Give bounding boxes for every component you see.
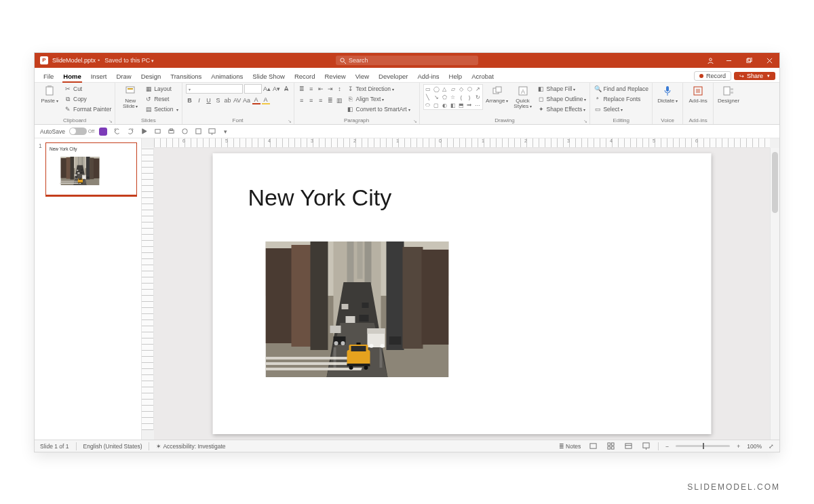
vertical-scrollbar[interactable] bbox=[770, 148, 779, 440]
tab-draw[interactable]: Draw bbox=[111, 73, 136, 82]
char-spacing-button[interactable]: AV bbox=[233, 96, 241, 104]
autosave-toggle[interactable] bbox=[69, 128, 87, 135]
tab-developer[interactable]: Developer bbox=[374, 73, 412, 82]
language-indicator[interactable]: English (United States) bbox=[83, 443, 142, 450]
fit-to-window-button[interactable]: ⤢ bbox=[769, 443, 774, 450]
underline-button[interactable]: U bbox=[205, 96, 213, 104]
zoom-slider[interactable] bbox=[676, 445, 730, 447]
qat-touch-icon[interactable] bbox=[180, 127, 189, 136]
justify-button[interactable]: ≣ bbox=[326, 96, 334, 104]
strike-button[interactable]: S bbox=[214, 96, 222, 104]
reset-button[interactable]: ↺Reset bbox=[144, 94, 178, 104]
tab-review[interactable]: Review bbox=[320, 73, 351, 82]
slide-title[interactable]: New York City bbox=[248, 185, 392, 211]
italic-button[interactable]: I bbox=[195, 96, 204, 104]
shape-fill-button[interactable]: ◧Shape Fill▾ bbox=[537, 84, 587, 94]
tab-slide-show[interactable]: Slide Show bbox=[248, 73, 290, 82]
record-button[interactable]: Record bbox=[694, 71, 731, 81]
cut-button[interactable]: ✂Cut bbox=[64, 84, 111, 94]
bold-button[interactable]: B bbox=[186, 96, 194, 104]
designer-button[interactable]: Designer bbox=[717, 84, 740, 104]
qat-export-icon[interactable] bbox=[153, 127, 162, 136]
tab-file[interactable]: File bbox=[39, 73, 58, 82]
slide-counter[interactable]: Slide 1 of 1 bbox=[40, 443, 69, 450]
paste-button[interactable]: Paste bbox=[38, 84, 61, 104]
addins-button[interactable]: Add-ins bbox=[686, 84, 710, 104]
numbering-button[interactable]: ≡ bbox=[307, 85, 315, 93]
qat-dropdown-icon[interactable]: ▾ bbox=[220, 127, 230, 136]
convert-smartart-button[interactable]: ◧Convert to SmartArt▾ bbox=[347, 104, 410, 114]
align-text-button[interactable]: ⎘Align Text▾ bbox=[347, 94, 410, 104]
view-slideshow-icon[interactable] bbox=[640, 442, 651, 451]
zoom-out-button[interactable]: − bbox=[665, 443, 669, 450]
shapes-gallery[interactable]: ▭◯△▱◇⬡↗ ╲↘⬠☆{}↻ ⬭▢◐◧⬒⮕⋯ bbox=[423, 84, 483, 110]
columns-button[interactable]: ▥ bbox=[336, 96, 344, 104]
qat-redo-icon[interactable] bbox=[125, 127, 135, 136]
tab-animations[interactable]: Animations bbox=[206, 73, 248, 82]
qat-undo-icon[interactable] bbox=[112, 127, 121, 136]
dictate-button[interactable]: Dictate bbox=[656, 84, 679, 104]
highlight-button[interactable]: A bbox=[262, 96, 270, 104]
section-button[interactable]: ▤Section▾ bbox=[144, 104, 178, 114]
slide-stage[interactable]: New York City bbox=[154, 148, 770, 440]
new-slide-button[interactable]: New Slide bbox=[119, 84, 142, 109]
align-center-button[interactable]: ≡ bbox=[307, 96, 315, 104]
align-right-button[interactable]: ≡ bbox=[317, 96, 325, 104]
zoom-percent[interactable]: 100% bbox=[747, 443, 762, 450]
align-left-button[interactable]: ≡ bbox=[298, 96, 306, 104]
tab-record[interactable]: Record bbox=[290, 73, 320, 82]
increase-indent-button[interactable]: ⇥ bbox=[326, 85, 334, 93]
layout-button[interactable]: ▦Layout bbox=[144, 84, 178, 94]
tab-design[interactable]: Design bbox=[136, 73, 166, 82]
share-button[interactable]: Share bbox=[734, 72, 775, 80]
decrease-font-button[interactable]: A▾ bbox=[273, 85, 281, 93]
qat-save-icon[interactable] bbox=[98, 127, 108, 136]
qat-print-icon[interactable] bbox=[166, 127, 176, 136]
tab-home[interactable]: Home bbox=[58, 73, 85, 82]
arrange-button[interactable]: Arrange bbox=[486, 84, 509, 104]
view-reading-icon[interactable] bbox=[623, 442, 634, 451]
font-color-button[interactable]: A bbox=[252, 96, 260, 104]
slide-image[interactable] bbox=[266, 241, 449, 377]
find-replace-button[interactable]: 🔍Find and Replace bbox=[594, 84, 648, 94]
font-family-combo[interactable] bbox=[186, 84, 243, 94]
tab-acrobat[interactable]: Acrobat bbox=[467, 73, 499, 82]
decrease-indent-button[interactable]: ⇤ bbox=[317, 85, 325, 93]
thumbnail-1[interactable]: 1 New York City bbox=[39, 142, 137, 195]
shape-effects-button[interactable]: ✦Shape Effects▾ bbox=[537, 104, 587, 114]
clear-format-button[interactable]: A̶ bbox=[282, 85, 290, 93]
text-direction-button[interactable]: ↧Text Direction▾ bbox=[347, 84, 410, 94]
shape-outline-button[interactable]: ◻Shape Outline▾ bbox=[537, 94, 587, 104]
qat-present-icon[interactable] bbox=[207, 127, 216, 136]
search-box[interactable]: Search bbox=[336, 56, 478, 65]
notes-button[interactable]: ≣ Notes bbox=[559, 443, 581, 450]
font-size-combo[interactable] bbox=[244, 84, 262, 94]
qat-start-icon[interactable] bbox=[139, 127, 149, 136]
accessibility-indicator[interactable]: ✶ Accessibility: Investigate bbox=[156, 443, 225, 450]
qat-more-icon[interactable] bbox=[193, 127, 203, 136]
change-case-button[interactable]: Aa bbox=[243, 96, 251, 104]
format-painter-button[interactable]: ✎Format Painter bbox=[64, 104, 111, 114]
save-state[interactable]: Saved to this PC bbox=[104, 57, 154, 64]
shadow-button[interactable]: ab bbox=[224, 96, 232, 104]
view-normal-icon[interactable] bbox=[587, 442, 598, 451]
tab-transitions[interactable]: Transitions bbox=[166, 73, 206, 82]
copy-button[interactable]: ⧉Copy bbox=[64, 94, 111, 104]
line-spacing-button[interactable]: ↕ bbox=[336, 85, 344, 93]
minimize-button[interactable] bbox=[718, 53, 739, 68]
tab-help[interactable]: Help bbox=[444, 73, 467, 82]
account-button[interactable] bbox=[702, 53, 718, 68]
close-button[interactable] bbox=[759, 53, 779, 68]
replace-fonts-button[interactable]: ᵃReplace Fonts bbox=[594, 94, 648, 104]
quick-styles-button[interactable]: A Quick Styles bbox=[511, 84, 535, 109]
increase-font-button[interactable]: A▴ bbox=[263, 85, 271, 93]
restore-button[interactable] bbox=[739, 53, 759, 68]
bullets-button[interactable]: ≣ bbox=[298, 85, 306, 93]
tab-add-ins[interactable]: Add-ins bbox=[412, 73, 444, 82]
tab-view[interactable]: View bbox=[351, 73, 374, 82]
select-button[interactable]: ▭Select▾ bbox=[594, 104, 648, 114]
slide[interactable]: New York City bbox=[213, 153, 712, 434]
zoom-in-button[interactable]: + bbox=[737, 443, 740, 450]
tab-insert[interactable]: Insert bbox=[86, 73, 112, 82]
slide-thumbnail-pane[interactable]: 1 New York City bbox=[35, 138, 142, 440]
